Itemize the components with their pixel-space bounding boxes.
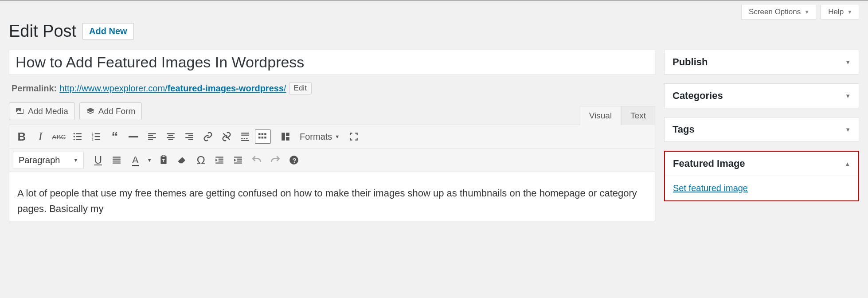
paste-text-button[interactable]: T bbox=[155, 151, 172, 169]
publish-toggle[interactable]: Publish ▼ bbox=[665, 50, 859, 74]
tab-visual[interactable]: Visual bbox=[580, 106, 621, 125]
svg-point-4 bbox=[74, 139, 75, 140]
svg-rect-35 bbox=[262, 137, 263, 138]
fullscreen-button[interactable] bbox=[345, 128, 363, 145]
svg-rect-20 bbox=[185, 133, 193, 134]
edit-slug-button[interactable]: Edit bbox=[289, 82, 312, 94]
paragraph-dropdown[interactable]: Paragraph ▼ bbox=[13, 152, 84, 169]
svg-rect-5 bbox=[76, 139, 82, 140]
italic-button[interactable]: I bbox=[31, 128, 49, 145]
fullscreen-icon bbox=[349, 132, 359, 141]
svg-rect-45 bbox=[162, 155, 165, 157]
help-button[interactable]: ? bbox=[285, 151, 303, 169]
svg-rect-27 bbox=[241, 138, 242, 139]
permalink-label: Permalink: bbox=[12, 83, 57, 94]
undo-button[interactable] bbox=[248, 151, 266, 169]
align-center-button[interactable] bbox=[162, 128, 180, 145]
table-button[interactable] bbox=[277, 128, 294, 145]
svg-text:?: ? bbox=[293, 157, 297, 164]
svg-rect-47 bbox=[215, 157, 223, 157]
form-icon bbox=[86, 107, 95, 116]
bold-button[interactable]: B bbox=[13, 128, 31, 145]
underline-button[interactable]: U bbox=[89, 151, 107, 169]
indent-icon bbox=[233, 155, 243, 165]
align-center-icon bbox=[166, 132, 176, 141]
permalink-link[interactable]: http://www.wpexplorer.com/featured-image… bbox=[59, 83, 286, 94]
categories-toggle[interactable]: Categories ▼ bbox=[665, 84, 859, 108]
chevron-down-icon: ▼ bbox=[845, 59, 851, 66]
featured-image-toggle[interactable]: Featured Image ▲ bbox=[665, 152, 858, 176]
categories-box: Categories ▼ bbox=[664, 83, 859, 108]
post-content-editor[interactable]: A lot of people that use my free themes … bbox=[9, 172, 655, 221]
screen-options-tab[interactable]: Screen Options ▼ bbox=[741, 5, 816, 20]
publish-box: Publish ▼ bbox=[664, 50, 859, 74]
unlink-button[interactable] bbox=[218, 128, 235, 145]
strikethrough-button[interactable]: ABC bbox=[50, 128, 68, 145]
svg-rect-25 bbox=[241, 133, 249, 133]
link-icon bbox=[203, 132, 213, 141]
svg-rect-38 bbox=[286, 133, 289, 136]
outdent-button[interactable] bbox=[211, 151, 228, 169]
svg-rect-29 bbox=[246, 138, 247, 139]
help-tab[interactable]: Help ▼ bbox=[821, 5, 859, 20]
svg-rect-14 bbox=[148, 137, 156, 138]
ul-icon bbox=[73, 132, 82, 141]
svg-rect-3 bbox=[76, 136, 82, 137]
clipboard-icon: T bbox=[159, 155, 168, 165]
svg-rect-11 bbox=[95, 139, 100, 140]
media-icon bbox=[16, 107, 24, 116]
svg-rect-51 bbox=[234, 157, 242, 157]
hr-button[interactable] bbox=[125, 128, 142, 145]
chevron-down-icon: ▼ bbox=[847, 9, 852, 15]
blockquote-button[interactable]: “ bbox=[106, 128, 124, 145]
svg-rect-32 bbox=[262, 133, 263, 135]
align-right-button[interactable] bbox=[180, 128, 198, 145]
set-featured-image-link[interactable]: Set featured image bbox=[673, 183, 748, 193]
svg-rect-41 bbox=[113, 159, 121, 160]
eraser-icon bbox=[177, 155, 187, 165]
text-color-button[interactable]: A bbox=[126, 151, 144, 169]
undo-icon bbox=[251, 154, 262, 166]
ol-icon: 123 bbox=[91, 132, 101, 141]
post-title-input[interactable] bbox=[9, 50, 655, 75]
svg-rect-22 bbox=[185, 137, 193, 138]
align-left-button[interactable] bbox=[143, 128, 161, 145]
add-form-button[interactable]: Add Form bbox=[79, 102, 142, 120]
formats-dropdown[interactable]: Formats ▼ bbox=[295, 128, 344, 145]
justify-button[interactable] bbox=[108, 151, 125, 169]
special-char-button[interactable]: Ω bbox=[192, 151, 210, 169]
toolbar-toggle-button[interactable] bbox=[255, 129, 271, 144]
screen-options-label: Screen Options bbox=[749, 8, 801, 16]
tab-text[interactable]: Text bbox=[621, 106, 655, 125]
clear-formatting-button[interactable] bbox=[173, 151, 191, 169]
svg-rect-7 bbox=[95, 133, 100, 134]
align-left-icon bbox=[147, 132, 157, 141]
unlink-icon bbox=[222, 132, 231, 141]
add-new-button[interactable]: Add New bbox=[82, 23, 134, 39]
justify-icon bbox=[112, 155, 121, 165]
svg-rect-52 bbox=[237, 159, 242, 160]
svg-rect-28 bbox=[244, 138, 245, 139]
svg-rect-43 bbox=[113, 163, 121, 164]
tags-toggle[interactable]: Tags ▼ bbox=[665, 118, 859, 141]
svg-rect-13 bbox=[148, 135, 153, 136]
svg-point-0 bbox=[74, 133, 75, 134]
svg-rect-39 bbox=[286, 137, 289, 141]
help-icon: ? bbox=[289, 155, 299, 165]
svg-rect-16 bbox=[167, 133, 175, 134]
table-icon bbox=[281, 132, 290, 141]
svg-rect-30 bbox=[241, 140, 249, 141]
align-right-icon bbox=[184, 132, 194, 141]
bullet-list-button[interactable] bbox=[69, 128, 86, 145]
link-button[interactable] bbox=[199, 128, 217, 145]
numbered-list-button[interactable]: 123 bbox=[87, 128, 105, 145]
add-media-button[interactable]: Add Media bbox=[9, 102, 75, 120]
svg-rect-50 bbox=[215, 163, 223, 164]
chevron-down-icon: ▼ bbox=[73, 157, 78, 163]
read-more-button[interactable] bbox=[236, 128, 254, 145]
indent-button[interactable] bbox=[229, 151, 247, 169]
chevron-down-icon: ▼ bbox=[845, 126, 851, 133]
redo-button[interactable] bbox=[266, 151, 284, 169]
page-title: Edit Post bbox=[9, 22, 76, 41]
text-color-dropdown[interactable]: ▼ bbox=[145, 151, 154, 169]
